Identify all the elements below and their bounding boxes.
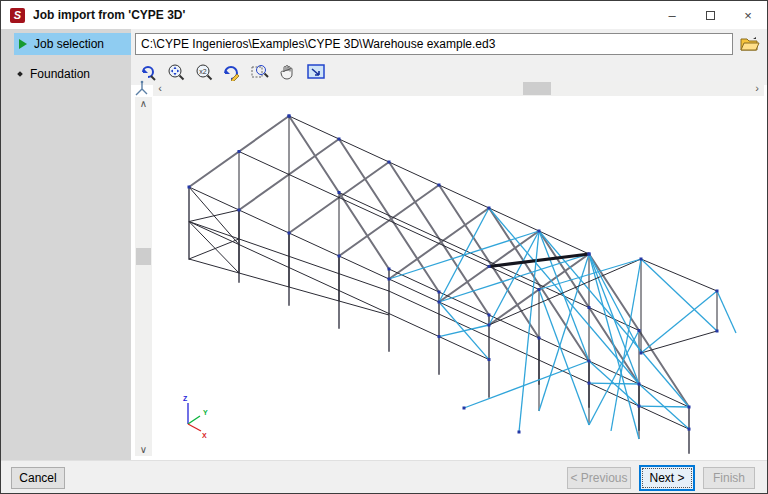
maximize-button[interactable] (691, 1, 729, 29)
vertical-scrollbar[interactable]: ∧ ∨ (135, 97, 152, 456)
wizard-steps-sidebar: Job selection Foundation (1, 29, 131, 462)
redraw-icon (222, 63, 242, 81)
pan-hand-icon (278, 63, 298, 81)
zoom-window-button[interactable] (248, 61, 272, 83)
previous-button: < Previous (567, 467, 631, 489)
browse-button[interactable] (738, 32, 762, 55)
next-button[interactable]: Next > (639, 465, 695, 491)
model-viewport[interactable]: ZYX (153, 97, 766, 456)
redraw-button[interactable] (220, 61, 244, 83)
maximize-icon (706, 11, 715, 20)
svg-text:X: X (202, 432, 207, 439)
zoom-window-icon (250, 63, 270, 81)
horizontal-scrollbar[interactable]: ‹ › (153, 81, 764, 96)
job-path-input[interactable] (135, 33, 733, 55)
title-bar: S Job import from 'CYPE 3D' – × (1, 1, 767, 29)
close-button[interactable]: × (729, 1, 767, 29)
svg-text:Y: Y (203, 409, 208, 416)
zoom-2x-icon: x2 (194, 63, 214, 81)
dialog-window: S Job import from 'CYPE 3D' – × Job sele… (0, 0, 768, 494)
horizontal-scroll-thumb[interactable] (523, 82, 551, 95)
finish-button: Finish (703, 467, 755, 489)
svg-text:Z: Z (183, 395, 188, 402)
content-panel: x2 (131, 29, 767, 460)
pan-button[interactable] (276, 61, 300, 83)
zoom-extents-icon (166, 63, 186, 81)
window-title: Job import from 'CYPE 3D' (33, 8, 185, 22)
app-icon: S (10, 8, 25, 23)
view-orientation-icon[interactable] (132, 80, 152, 97)
full-screen-icon (306, 63, 326, 81)
sidebar-item-job-selection[interactable]: Job selection (14, 33, 131, 55)
zoom-extents-button[interactable] (164, 61, 188, 83)
svg-text:x2: x2 (199, 68, 207, 75)
vertical-scroll-track[interactable] (135, 111, 152, 442)
vertical-scroll-thumb[interactable] (136, 248, 151, 265)
minimize-button[interactable]: – (653, 1, 691, 29)
undo-zoom-icon (138, 63, 158, 81)
scroll-left-arrow[interactable]: ‹ (153, 81, 167, 96)
scroll-right-arrow[interactable]: › (750, 81, 764, 96)
cancel-button[interactable]: Cancel (11, 467, 65, 489)
scroll-down-arrow[interactable]: ∨ (135, 444, 152, 455)
footer-bar: Cancel < Previous Next > Finish (1, 460, 767, 493)
sidebar-item-label: Foundation (30, 67, 90, 81)
open-folder-icon (740, 36, 760, 52)
full-screen-button[interactable] (304, 61, 328, 83)
horizontal-scroll-track[interactable] (167, 81, 750, 96)
sidebar-item-label: Job selection (34, 37, 104, 51)
zoom-2x-button[interactable]: x2 (192, 61, 216, 83)
scroll-up-arrow[interactable]: ∧ (135, 98, 152, 109)
bullet-icon (17, 71, 23, 77)
sidebar-item-foundation[interactable]: Foundation (1, 63, 131, 85)
file-path-row (131, 29, 767, 59)
current-step-arrow-icon (19, 39, 27, 49)
wireframe-svg: ZYX (153, 97, 766, 456)
